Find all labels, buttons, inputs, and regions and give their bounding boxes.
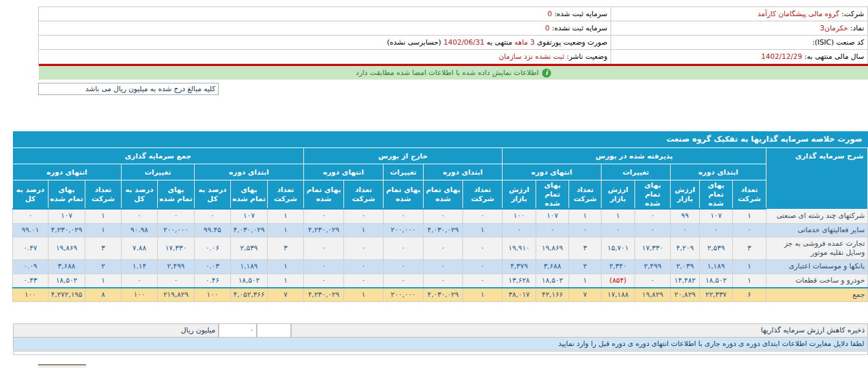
col-header-cost: بهای تمام شده	[157, 180, 194, 210]
isic-cell: کد صنعت (ISIC):	[611, 36, 868, 50]
table-cell: ۰	[536, 223, 569, 237]
statement-prefix: صورت وضعیت پورتفوی	[535, 38, 607, 47]
col-header-cost: بهای تمام شده	[536, 180, 569, 210]
table-cell: (۸۵۴)	[602, 274, 635, 288]
col-header-cost: بهای تمام شده	[230, 180, 267, 210]
period-header-end: انتهای دوره	[503, 164, 602, 180]
table-cell: ۷.۸۸	[121, 237, 157, 260]
page: { "company_info": { "company_label": "شر…	[0, 0, 868, 368]
table-cell: ۲۰,۸۲۹	[671, 288, 700, 302]
table-cell: ۳	[569, 237, 602, 260]
symbol-label: نماد:	[851, 24, 864, 32]
company-cell: شرکت: گروه مالی پیشگامان کارآمد	[611, 7, 868, 21]
col-header-market: ارزش بازار	[602, 180, 635, 210]
notice-text: اطلاعات نمایش داده شده با اطلاعات امضا ش…	[356, 69, 539, 77]
table-cell: ۰	[121, 274, 157, 288]
table-cell: ۴,۰۵۲,۳۶۶	[230, 288, 267, 302]
table-cell: ۱۰۰	[503, 209, 536, 223]
row-label: بانکها و موسسات اعتباری	[766, 260, 868, 274]
table-cell: ۰	[303, 209, 343, 223]
period-header-begin: ابتدای دوره	[424, 164, 503, 180]
summary-table: شرح سرمایه گذاری پذیرفته شده در بورس خار…	[12, 147, 868, 302]
table-cell: ۱	[463, 288, 503, 302]
table-cell: ۷	[569, 288, 602, 302]
table-cell: ۱	[85, 223, 121, 237]
period-header-begin: ابتدای دوره	[671, 164, 766, 180]
period-header-change: تغییرات	[384, 164, 424, 180]
table-cell: ۰	[344, 260, 384, 274]
table-cell: ۰	[424, 260, 463, 274]
period-header-change: تغییرات	[121, 164, 194, 180]
table-cell: ۰.۰۶	[194, 237, 230, 260]
table-cell: ۱۰۰	[12, 288, 48, 302]
table-cell: ۰	[384, 237, 424, 260]
table-cell: ۲	[85, 260, 121, 274]
table-cell: ۸	[85, 288, 121, 302]
table-row: شرکتهای چند رشته ای صنعتی۱۱۰۷۹۹۰۱۱۱۰۷۱۰۰…	[12, 209, 867, 223]
col-header-cost: بهای تمام شده	[424, 180, 463, 210]
table-cell: ۰	[12, 209, 48, 223]
table-cell: ۱	[733, 209, 766, 223]
table-cell: ۲	[569, 260, 602, 274]
table-cell: ۱	[733, 274, 766, 288]
partial-button[interactable]	[38, 364, 86, 368]
table-cell: ۴,۰۳۰,۰۲۹	[230, 223, 267, 237]
table-cell: ۰	[463, 237, 503, 260]
table-cell: ۰.۴۷	[12, 237, 48, 260]
company-info-table: شرکت: گروه مالی پیشگامان کارآمد سرمایه ث…	[38, 6, 868, 64]
col-header-count: تعداد شرکت	[85, 180, 121, 210]
issuer-status-cell: وضعیت ناشر: ثبت نشده نزد سازمان	[39, 50, 611, 64]
table-cell: ۱	[85, 274, 121, 288]
table-cell: ۱۸,۵۰۲	[700, 274, 733, 288]
table-cell: ۰	[384, 260, 424, 274]
table-cell: ۳۸,۰۱۷	[503, 288, 536, 302]
table-cell: ۱	[569, 209, 602, 223]
table-cell: ۰	[700, 223, 733, 237]
table-cell: ۱۹,۸۲۹	[635, 288, 671, 302]
table-cell: ۱۸,۵۰۲	[48, 274, 85, 288]
table-cell: ۰	[635, 274, 671, 288]
fiscal-year-value: 1402/12/29	[761, 52, 802, 61]
table-cell: ۱.۱۴	[121, 260, 157, 274]
table-row: سایر فعالیتهای خدماتی۰۰۰۰۰۰۰۰۱۴,۰۳۰,۰۲۹۲…	[12, 223, 867, 237]
table-cell: ۲,۴۹۹	[157, 260, 194, 274]
row-label: خودرو و ساخت قطعات	[766, 274, 868, 288]
table-cell: ۰	[424, 237, 463, 260]
table-cell: ۱۹,۹۱۰	[503, 237, 536, 260]
table-cell: ۴,۳۷۹	[503, 260, 536, 274]
table-cell: ۰	[344, 209, 384, 223]
info-icon: i	[542, 69, 551, 78]
table-cell: ۴۲,۱۶۶	[536, 288, 569, 302]
table-cell: ۹۹.۴۵	[194, 223, 230, 237]
col-header-pct: درصد به کل	[12, 180, 48, 210]
table-cell: ۰	[384, 209, 424, 223]
table-cell: ۰	[303, 237, 343, 260]
table-cell: ۰	[424, 209, 463, 223]
info-row: نماد: خکرمان3 سرمایه ثبت نشده: 0	[39, 21, 868, 36]
statement-date: 1402/06/31	[444, 38, 484, 47]
col-header-count: تعداد شرکت	[733, 180, 766, 210]
table-cell: ۱	[267, 260, 303, 274]
table-cell: ۳	[267, 237, 303, 260]
table-cell: ۱۷,۳۳۰	[635, 237, 671, 260]
col-header-cost: بهای تمام شده	[700, 180, 733, 210]
table-cell: ۰	[194, 209, 230, 223]
table-cell: ۱	[85, 209, 121, 223]
reserve-row: ذخیره کاهش ارزش سرمایه گذاریها ۰ میلیون …	[13, 323, 868, 338]
registered-capital-value: 0	[547, 10, 552, 18]
table-cell: ۰	[121, 209, 157, 223]
table-cell: ۱,۱۸۹	[700, 260, 733, 274]
table-cell: ۱۷,۱۸۸	[602, 288, 635, 302]
table-cell: ۰.۰۳	[194, 260, 230, 274]
table-row: بانکها و موسسات اعتباری۱۱,۱۸۹۲,۰۳۹۲,۴۹۹۲…	[12, 260, 867, 274]
reserve-label: ذخیره کاهش ارزش سرمایه گذاریها	[291, 323, 868, 338]
col-header-count: تعداد شرکت	[463, 180, 503, 210]
table-cell: ۳,۶۸۸	[536, 260, 569, 274]
table-cell: ۱	[733, 260, 766, 274]
table-cell: ۱۷,۳۳۰	[157, 237, 194, 260]
company-value: گروه مالی پیشگامان کارآمد	[757, 10, 839, 18]
table-cell: ۴,۲۳۰,۰۲۹	[303, 223, 343, 237]
table-cell: ۱۸,۵۰۲	[536, 274, 569, 288]
symbol-cell: نماد: خکرمان3	[611, 21, 868, 36]
group-header-otc: خارج از بورس	[303, 148, 502, 164]
